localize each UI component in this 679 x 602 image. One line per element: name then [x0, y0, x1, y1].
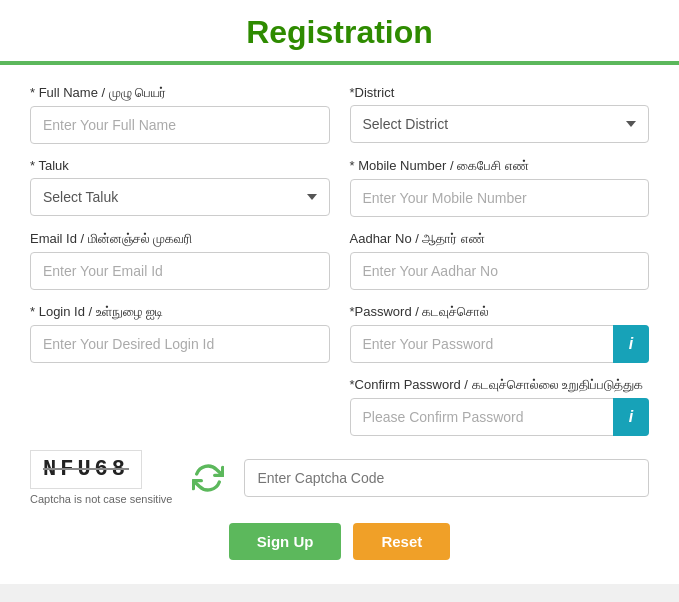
- taluk-group: * Taluk Select Taluk: [30, 158, 330, 217]
- login-id-group: * Login Id / உள்நுழை ஐடி: [30, 304, 330, 363]
- aadhar-input[interactable]: [350, 252, 650, 290]
- captcha-refresh-button[interactable]: [192, 462, 224, 494]
- row-loginid-password: * Login Id / உள்நுழை ஐடி *Password / கடவ…: [30, 304, 649, 363]
- confirm-password-info-icon[interactable]: i: [613, 398, 649, 436]
- full-name-label: * Full Name / முழு பெயர்: [30, 85, 330, 101]
- captcha-hint: Captcha is not case sensitive: [30, 493, 172, 505]
- captcha-input-group: [244, 459, 649, 497]
- confirm-password-group: *Confirm Password / கடவுச்சொல்லை உறுதிப்…: [350, 377, 650, 436]
- district-label: *District: [350, 85, 650, 100]
- password-input[interactable]: [350, 325, 650, 363]
- captcha-row: NFU68 Captcha is not case sensitive: [30, 450, 649, 505]
- row-email-aadhar: Email Id / மின்னஞ்சல் முகவரி Aadhar No /…: [30, 231, 649, 290]
- full-name-input[interactable]: [30, 106, 330, 144]
- signup-button[interactable]: Sign Up: [229, 523, 342, 560]
- row-name-district: * Full Name / முழு பெயர் *District Selec…: [30, 85, 649, 144]
- password-group: *Password / கடவுச்சொல் i: [350, 304, 650, 363]
- captcha-display: NFU68 Captcha is not case sensitive: [30, 450, 172, 505]
- row-confirm-password: *Confirm Password / கடவுச்சொல்லை உறுதிப்…: [30, 377, 649, 436]
- email-label: Email Id / மின்னஞ்சல் முகவரி: [30, 231, 330, 247]
- mobile-input[interactable]: [350, 179, 650, 217]
- registration-form: * Full Name / முழு பெயர் *District Selec…: [0, 65, 679, 584]
- login-id-label: * Login Id / உள்நுழை ஐடி: [30, 304, 330, 320]
- full-name-group: * Full Name / முழு பெயர்: [30, 85, 330, 144]
- confirm-password-label: *Confirm Password / கடவுச்சொல்லை உறுதிப்…: [350, 377, 650, 393]
- reset-button[interactable]: Reset: [353, 523, 450, 560]
- mobile-label: * Mobile Number / கைபேசி எண்: [350, 158, 650, 174]
- login-id-input[interactable]: [30, 325, 330, 363]
- aadhar-label: Aadhar No / ஆதார் எண்: [350, 231, 650, 247]
- aadhar-group: Aadhar No / ஆதார் எண்: [350, 231, 650, 290]
- password-input-wrapper: i: [350, 325, 650, 363]
- taluk-label: * Taluk: [30, 158, 330, 173]
- page-title: Registration: [0, 14, 679, 51]
- page-header: Registration: [0, 0, 679, 65]
- button-row: Sign Up Reset: [30, 523, 649, 560]
- password-info-icon[interactable]: i: [613, 325, 649, 363]
- email-group: Email Id / மின்னஞ்சல் முகவரி: [30, 231, 330, 290]
- district-group: *District Select District: [350, 85, 650, 144]
- captcha-input[interactable]: [244, 459, 649, 497]
- confirm-password-input[interactable]: [350, 398, 650, 436]
- district-select[interactable]: Select District: [350, 105, 650, 143]
- password-label: *Password / கடவுச்சொல்: [350, 304, 650, 320]
- taluk-select[interactable]: Select Taluk: [30, 178, 330, 216]
- email-input[interactable]: [30, 252, 330, 290]
- captcha-code: NFU68: [30, 450, 142, 489]
- row-taluk-mobile: * Taluk Select Taluk * Mobile Number / க…: [30, 158, 649, 217]
- confirm-password-input-wrapper: i: [350, 398, 650, 436]
- spacer-group: [30, 377, 330, 436]
- mobile-group: * Mobile Number / கைபேசி எண்: [350, 158, 650, 217]
